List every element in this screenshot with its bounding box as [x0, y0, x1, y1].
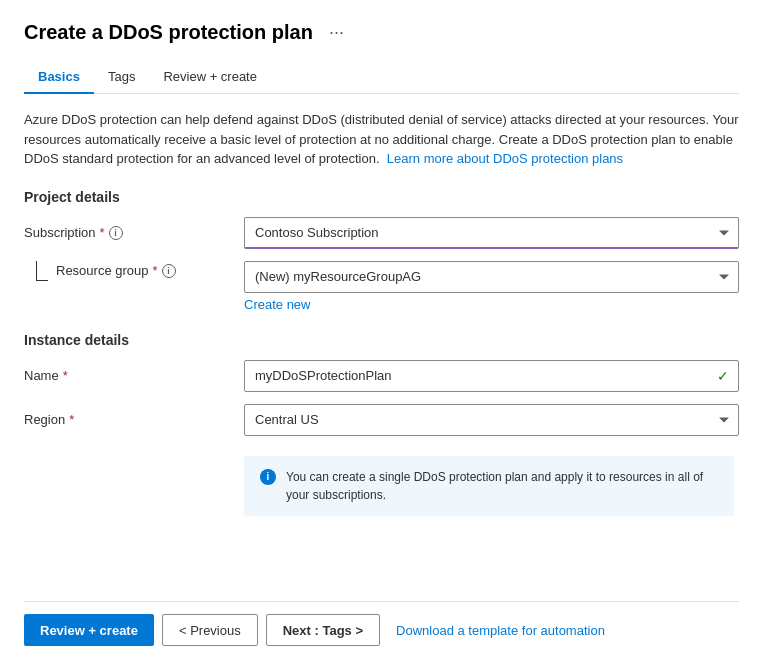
content-area: Azure DDoS protection can help defend ag… — [24, 110, 739, 601]
resource-group-row: Resource group * i (New) myResourceGroup… — [24, 261, 739, 312]
next-button[interactable]: Next : Tags > — [266, 614, 380, 646]
tab-basics[interactable]: Basics — [24, 61, 94, 94]
page-container: Create a DDoS protection plan ··· Basics… — [0, 0, 763, 658]
tab-review-create[interactable]: Review + create — [149, 61, 271, 94]
name-row: Name * ✓ — [24, 360, 739, 392]
create-new-link[interactable]: Create new — [244, 297, 310, 312]
name-valid-icon: ✓ — [717, 368, 729, 384]
resource-group-label: Resource group — [56, 263, 149, 278]
subscription-info-icon[interactable]: i — [109, 226, 123, 240]
learn-more-link[interactable]: Learn more about DDoS protection plans — [387, 151, 623, 166]
region-select[interactable]: Central US — [244, 404, 739, 436]
project-details-heading: Project details — [24, 189, 739, 205]
page-title: Create a DDoS protection plan — [24, 21, 313, 44]
subscription-select-wrapper: Contoso Subscription — [244, 217, 739, 249]
name-control: ✓ — [244, 360, 739, 392]
subscription-select[interactable]: Contoso Subscription — [244, 217, 739, 249]
review-create-button[interactable]: Review + create — [24, 614, 154, 646]
name-label-col: Name * — [24, 368, 244, 383]
page-header: Create a DDoS protection plan ··· — [24, 20, 739, 45]
footer: Review + create < Previous Next : Tags >… — [24, 601, 739, 658]
name-input-wrapper: ✓ — [244, 360, 739, 392]
project-details-section: Project details Subscription * i Contoso… — [24, 189, 739, 312]
resource-group-select-wrapper: (New) myResourceGroupAG — [244, 261, 739, 293]
download-template-link[interactable]: Download a template for automation — [396, 623, 605, 638]
resource-group-select[interactable]: (New) myResourceGroupAG — [244, 261, 739, 293]
region-label: Region — [24, 412, 65, 427]
tree-connector — [36, 261, 48, 281]
info-box-text: You can create a single DDoS protection … — [286, 468, 718, 504]
tabs-bar: Basics Tags Review + create — [24, 61, 739, 94]
resource-group-required: * — [153, 263, 158, 278]
region-label-col: Region * — [24, 412, 244, 427]
instance-details-heading: Instance details — [24, 332, 739, 348]
subscription-label: Subscription — [24, 225, 96, 240]
subscription-row: Subscription * i Contoso Subscription — [24, 217, 739, 249]
region-row: Region * Central US — [24, 404, 739, 436]
subscription-required: * — [100, 225, 105, 240]
subscription-label-col: Subscription * i — [24, 225, 244, 240]
instance-details-section: Instance details Name * ✓ Region — [24, 332, 739, 436]
info-box-icon: i — [260, 469, 276, 485]
info-box: i You can create a single DDoS protectio… — [244, 456, 734, 516]
previous-button[interactable]: < Previous — [162, 614, 258, 646]
name-label: Name — [24, 368, 59, 383]
region-control: Central US — [244, 404, 739, 436]
subscription-control: Contoso Subscription — [244, 217, 739, 249]
resource-group-label-col: Resource group * i — [24, 261, 244, 281]
resource-group-info-icon[interactable]: i — [162, 264, 176, 278]
name-required: * — [63, 368, 68, 383]
region-select-wrapper: Central US — [244, 404, 739, 436]
name-input[interactable] — [244, 360, 739, 392]
tab-tags[interactable]: Tags — [94, 61, 149, 94]
ellipsis-menu-button[interactable]: ··· — [323, 20, 350, 45]
description-text: Azure DDoS protection can help defend ag… — [24, 110, 739, 169]
region-required: * — [69, 412, 74, 427]
resource-group-control: (New) myResourceGroupAG Create new — [244, 261, 739, 312]
